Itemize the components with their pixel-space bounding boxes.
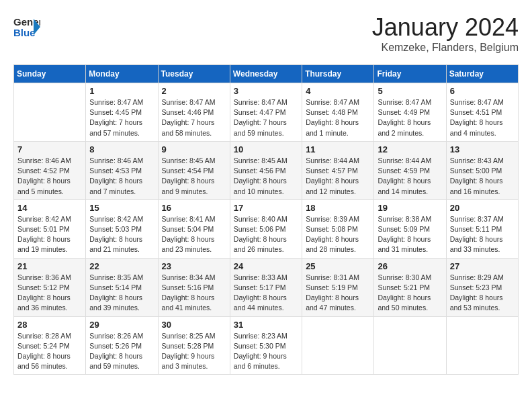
title-block: January 2024 Kemzeke, Flanders, Belgium [372,13,519,54]
column-header-tuesday: Tuesday [158,65,230,83]
calendar-cell: 21Sunrise: 8:36 AMSunset: 5:12 PMDayligh… [14,258,86,316]
cell-text: Sunrise: 8:44 AMSunset: 4:59 PMDaylight:… [378,156,442,197]
calendar-cell: 17Sunrise: 8:40 AMSunset: 5:06 PMDayligh… [230,199,302,258]
day-number: 23 [162,261,226,271]
calendar-cell: 4Sunrise: 8:47 AMSunset: 4:48 PMDaylight… [302,83,374,142]
cell-text: Sunrise: 8:38 AMSunset: 5:09 PMDaylight:… [378,214,442,255]
cell-inner: 6Sunrise: 8:47 AMSunset: 4:51 PMDaylight… [450,86,515,138]
cell-text: Sunrise: 8:30 AMSunset: 5:21 PMDaylight:… [378,273,442,314]
day-number: 6 [450,86,515,96]
column-header-monday: Monday [86,65,158,83]
calendar-cell: 25Sunrise: 8:31 AMSunset: 5:19 PMDayligh… [302,258,374,316]
cell-inner: 10Sunrise: 8:45 AMSunset: 4:56 PMDayligh… [234,144,298,197]
cell-inner: 15Sunrise: 8:42 AMSunset: 5:03 PMDayligh… [89,203,154,255]
day-number: 1 [89,86,154,96]
day-number: 14 [17,203,82,213]
main-title: January 2024 [372,13,519,42]
subtitle: Kemzeke, Flanders, Belgium [372,42,519,54]
cell-text: Sunrise: 8:33 AMSunset: 5:17 PMDaylight:… [234,273,298,314]
cell-inner: 5Sunrise: 8:47 AMSunset: 4:49 PMDaylight… [378,86,442,138]
day-number: 19 [378,203,442,213]
cell-text: Sunrise: 8:39 AMSunset: 5:08 PMDaylight:… [306,214,370,255]
cell-inner: 20Sunrise: 8:37 AMSunset: 5:11 PMDayligh… [450,203,515,255]
calendar-cell [446,316,518,375]
page-header: General Blue January 2024 Kemzeke, Fland… [13,13,519,54]
day-number: 2 [162,86,226,96]
column-header-thursday: Thursday [302,65,374,83]
week-row-3: 14Sunrise: 8:42 AMSunset: 5:01 PMDayligh… [14,199,519,258]
calendar-cell: 8Sunrise: 8:46 AMSunset: 4:53 PMDaylight… [86,141,158,199]
day-number: 3 [234,86,298,96]
day-number: 16 [162,203,226,213]
calendar-cell [14,83,86,142]
cell-inner: 8Sunrise: 8:46 AMSunset: 4:53 PMDaylight… [89,144,154,197]
cell-inner: 2Sunrise: 8:47 AMSunset: 4:46 PMDaylight… [162,86,226,138]
calendar-cell: 18Sunrise: 8:39 AMSunset: 5:08 PMDayligh… [302,199,374,258]
cell-text: Sunrise: 8:35 AMSunset: 5:14 PMDaylight:… [89,273,154,314]
cell-inner: 18Sunrise: 8:39 AMSunset: 5:08 PMDayligh… [306,203,370,255]
calendar-cell: 30Sunrise: 8:25 AMSunset: 5:28 PMDayligh… [158,316,230,375]
calendar-cell: 16Sunrise: 8:41 AMSunset: 5:04 PMDayligh… [158,199,230,258]
cell-text: Sunrise: 8:41 AMSunset: 5:04 PMDaylight:… [162,214,226,255]
day-number: 4 [306,86,370,96]
day-number: 20 [450,203,515,213]
calendar-cell: 6Sunrise: 8:47 AMSunset: 4:51 PMDaylight… [446,83,518,142]
cell-inner: 24Sunrise: 8:33 AMSunset: 5:17 PMDayligh… [234,261,298,314]
calendar-cell: 7Sunrise: 8:46 AMSunset: 4:52 PMDaylight… [14,141,86,199]
cell-text: Sunrise: 8:45 AMSunset: 4:56 PMDaylight:… [234,156,298,197]
calendar-body: 1Sunrise: 8:47 AMSunset: 4:45 PMDaylight… [14,83,519,375]
header-row: SundayMondayTuesdayWednesdayThursdayFrid… [14,65,519,83]
calendar-cell: 3Sunrise: 8:47 AMSunset: 4:47 PMDaylight… [230,83,302,142]
calendar-cell [302,316,374,375]
column-header-wednesday: Wednesday [230,65,302,83]
cell-text: Sunrise: 8:46 AMSunset: 4:52 PMDaylight:… [17,156,82,197]
column-header-sunday: Sunday [14,65,86,83]
cell-inner: 13Sunrise: 8:43 AMSunset: 5:00 PMDayligh… [450,144,515,197]
calendar-cell: 20Sunrise: 8:37 AMSunset: 5:11 PMDayligh… [446,199,518,258]
cell-inner: 25Sunrise: 8:31 AMSunset: 5:19 PMDayligh… [306,261,370,314]
cell-text: Sunrise: 8:36 AMSunset: 5:12 PMDaylight:… [17,273,82,314]
cell-text: Sunrise: 8:43 AMSunset: 5:00 PMDaylight:… [450,156,515,197]
calendar-cell: 15Sunrise: 8:42 AMSunset: 5:03 PMDayligh… [86,199,158,258]
cell-inner: 29Sunrise: 8:26 AMSunset: 5:26 PMDayligh… [89,320,154,372]
cell-inner: 23Sunrise: 8:34 AMSunset: 5:16 PMDayligh… [162,261,226,314]
calendar-cell: 27Sunrise: 8:29 AMSunset: 5:23 PMDayligh… [446,258,518,316]
cell-inner: 30Sunrise: 8:25 AMSunset: 5:28 PMDayligh… [162,320,226,372]
calendar-cell: 1Sunrise: 8:47 AMSunset: 4:45 PMDaylight… [86,83,158,142]
day-number: 8 [89,144,154,154]
calendar-cell: 12Sunrise: 8:44 AMSunset: 4:59 PMDayligh… [374,141,446,199]
day-number: 25 [306,261,370,271]
day-number: 28 [17,320,82,330]
cell-text: Sunrise: 8:46 AMSunset: 4:53 PMDaylight:… [89,156,154,197]
day-number: 7 [17,144,82,154]
cell-text: Sunrise: 8:47 AMSunset: 4:47 PMDaylight:… [234,97,298,138]
cell-inner: 26Sunrise: 8:30 AMSunset: 5:21 PMDayligh… [378,261,442,314]
day-number: 30 [162,320,226,330]
column-header-friday: Friday [374,65,446,83]
cell-inner: 17Sunrise: 8:40 AMSunset: 5:06 PMDayligh… [234,203,298,255]
cell-inner: 16Sunrise: 8:41 AMSunset: 5:04 PMDayligh… [162,203,226,255]
svg-text:Blue: Blue [13,27,36,38]
cell-inner: 3Sunrise: 8:47 AMSunset: 4:47 PMDaylight… [234,86,298,138]
cell-inner: 28Sunrise: 8:28 AMSunset: 5:24 PMDayligh… [17,320,82,372]
day-number: 26 [378,261,442,271]
calendar-cell: 2Sunrise: 8:47 AMSunset: 4:46 PMDaylight… [158,83,230,142]
calendar-cell: 22Sunrise: 8:35 AMSunset: 5:14 PMDayligh… [86,258,158,316]
cell-text: Sunrise: 8:47 AMSunset: 4:45 PMDaylight:… [89,97,154,138]
calendar-cell: 10Sunrise: 8:45 AMSunset: 4:56 PMDayligh… [230,141,302,199]
cell-inner: 27Sunrise: 8:29 AMSunset: 5:23 PMDayligh… [450,261,515,314]
day-number: 17 [234,203,298,213]
cell-text: Sunrise: 8:37 AMSunset: 5:11 PMDaylight:… [450,214,515,255]
calendar-cell [374,316,446,375]
day-number: 11 [306,144,370,154]
calendar-header: SundayMondayTuesdayWednesdayThursdayFrid… [14,65,519,83]
day-number: 12 [378,144,442,154]
day-number: 10 [234,144,298,154]
cell-inner: 22Sunrise: 8:35 AMSunset: 5:14 PMDayligh… [89,261,154,314]
cell-inner: 31Sunrise: 8:23 AMSunset: 5:30 PMDayligh… [234,320,298,372]
calendar-cell: 14Sunrise: 8:42 AMSunset: 5:01 PMDayligh… [14,199,86,258]
cell-text: Sunrise: 8:47 AMSunset: 4:46 PMDaylight:… [162,97,226,138]
cell-text: Sunrise: 8:47 AMSunset: 4:51 PMDaylight:… [450,97,515,138]
calendar-cell: 9Sunrise: 8:45 AMSunset: 4:54 PMDaylight… [158,141,230,199]
day-number: 18 [306,203,370,213]
